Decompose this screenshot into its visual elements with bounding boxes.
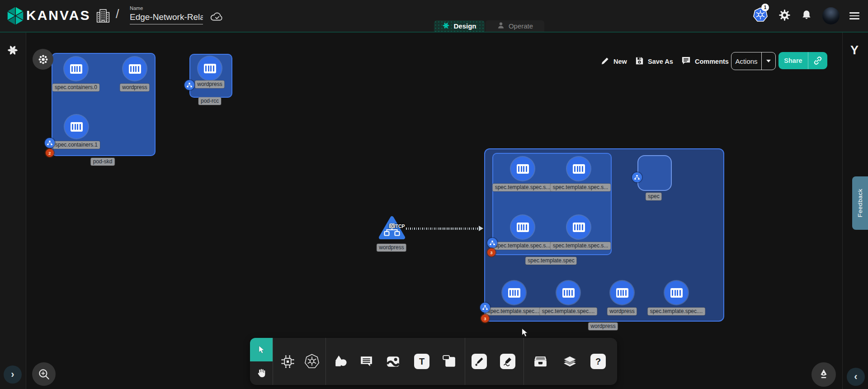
actions-button[interactable]: Actions xyxy=(731,52,776,70)
floppy-save-icon xyxy=(635,56,644,67)
container-node-template-2[interactable] xyxy=(511,215,534,239)
tab-operate-label: Operate xyxy=(509,22,533,30)
template-group-component-badge[interactable] xyxy=(487,238,497,248)
edge-port-label: 80/TCP xyxy=(389,223,405,229)
user-avatar[interactable] xyxy=(822,7,840,24)
node-label: wordpress xyxy=(120,84,149,91)
tab-operate[interactable]: Operate xyxy=(486,20,544,32)
breadcrumb-separator: / xyxy=(116,7,119,21)
new-button[interactable]: New xyxy=(600,56,627,67)
new-button-label: New xyxy=(613,58,627,65)
node-label: spec.template.spec.... xyxy=(486,308,543,315)
right-panel-handle[interactable]: Y xyxy=(850,43,859,57)
node-label: spec.template.spec.s... xyxy=(551,184,611,191)
container-icon xyxy=(70,64,82,74)
component-tool-button[interactable] xyxy=(275,338,300,385)
pen-tool-glyph xyxy=(472,354,487,369)
note-tool-button[interactable] xyxy=(436,338,462,385)
brand-title: KANVAS xyxy=(26,8,90,23)
save-as-label: Save As xyxy=(648,58,673,65)
pod-skd-component-badge[interactable] xyxy=(45,138,55,148)
ink-pen-button[interactable] xyxy=(811,362,836,387)
comments-label: Comments xyxy=(695,58,729,65)
container-node-template-1[interactable] xyxy=(567,157,590,180)
node-label: spec.template.spec.s... xyxy=(493,184,553,191)
header-bar: KANVAS / Name xyxy=(0,0,868,33)
kubernetes-tool-button[interactable] xyxy=(299,338,325,385)
collapse-right-panel-button[interactable]: ‹ xyxy=(847,368,865,386)
comment-bubble-icon xyxy=(681,56,691,67)
drawer-tool-button[interactable] xyxy=(528,338,553,385)
design-name-input[interactable] xyxy=(130,12,203,24)
design-name-field: Name xyxy=(130,5,203,24)
kanvas-app: KANVAS / Name xyxy=(0,0,868,389)
deployment-component-badge[interactable] xyxy=(480,303,490,313)
shapes-tool-button[interactable] xyxy=(328,338,353,385)
text-tool-button[interactable]: T xyxy=(409,338,434,385)
service-triangle-node[interactable] xyxy=(379,215,405,242)
node-label: spec.template.spec.... xyxy=(540,308,597,315)
pencil-tool-button[interactable] xyxy=(495,338,520,385)
organization-icon[interactable] xyxy=(96,8,110,26)
layers-tool-button[interactable] xyxy=(557,338,582,385)
spec-label: spec xyxy=(646,193,661,200)
save-as-button[interactable]: Save As xyxy=(635,56,673,67)
container-node-template-3[interactable] xyxy=(567,215,590,239)
pod-skd-alert-badge[interactable]: 2 xyxy=(46,149,54,157)
feedback-tab[interactable]: Feedback xyxy=(852,176,868,230)
container-node-bottom-2[interactable] xyxy=(610,281,634,304)
comments-button[interactable]: Comments xyxy=(681,56,729,67)
group-spec-template-spec[interactable] xyxy=(492,153,612,255)
left-rail: › xyxy=(0,33,26,389)
dock-divider xyxy=(273,338,273,385)
dock-divider xyxy=(465,338,465,385)
comment-tool-button[interactable] xyxy=(354,338,379,385)
node-label: wordpress xyxy=(195,81,224,88)
deployment-alert-badge[interactable]: 3 xyxy=(481,314,489,323)
help-tool-button[interactable]: ? xyxy=(585,338,611,385)
container-node-wordpress-rcc[interactable] xyxy=(198,57,222,80)
pencil-tool-glyph xyxy=(500,354,515,369)
image-tool-button[interactable] xyxy=(380,338,406,385)
kubernetes-context-icon[interactable]: 1 xyxy=(752,7,769,25)
container-node-spec-containers-1[interactable] xyxy=(65,115,88,138)
node-label: spec.template.spec.... xyxy=(648,308,705,315)
share-button[interactable]: Share xyxy=(778,52,827,69)
pen-tool-button[interactable] xyxy=(467,338,492,385)
node-action-flower-button[interactable] xyxy=(33,49,53,70)
pod-rcc-component-badge[interactable] xyxy=(184,80,194,90)
chevron-right-icon: › xyxy=(11,370,14,380)
kanvas-logo-icon[interactable] xyxy=(6,5,25,28)
expand-left-panel-button[interactable]: › xyxy=(4,365,22,384)
tool-dock: T xyxy=(250,338,617,385)
mouse-cursor xyxy=(520,327,530,340)
notifications-bell-icon[interactable] xyxy=(801,9,812,23)
container-icon xyxy=(562,288,575,298)
service-edge[interactable] xyxy=(406,228,479,230)
container-node-template-0[interactable] xyxy=(511,157,534,180)
container-icon xyxy=(616,288,628,298)
container-icon xyxy=(508,288,520,298)
settings-gear-icon[interactable] xyxy=(778,9,791,23)
container-node-bottom-3[interactable] xyxy=(665,281,688,304)
container-node-bottom-0[interactable] xyxy=(502,281,526,304)
menu-hamburger-icon[interactable] xyxy=(849,10,859,21)
container-node-spec-containers-0[interactable] xyxy=(64,57,88,81)
operate-person-icon xyxy=(497,21,505,31)
copy-link-button[interactable] xyxy=(808,52,827,69)
tab-design[interactable]: Design xyxy=(434,20,485,32)
template-group-alert-badge[interactable]: 3 xyxy=(487,248,495,256)
pan-tool-button[interactable] xyxy=(250,361,273,385)
meshery-swirl-icon xyxy=(7,44,19,58)
spec-component-badge[interactable] xyxy=(632,172,642,182)
actions-dropdown-toggle[interactable] xyxy=(761,52,775,70)
spec-node[interactable] xyxy=(637,155,672,191)
container-icon xyxy=(204,64,216,73)
text-tool-glyph: T xyxy=(414,354,429,369)
container-node-wordpress[interactable] xyxy=(123,57,146,81)
select-tool-button[interactable] xyxy=(250,338,273,361)
container-node-bottom-1[interactable] xyxy=(557,281,580,304)
zoom-button[interactable] xyxy=(32,362,56,386)
design-swirl-icon xyxy=(442,22,450,31)
pencil-icon xyxy=(600,56,610,67)
